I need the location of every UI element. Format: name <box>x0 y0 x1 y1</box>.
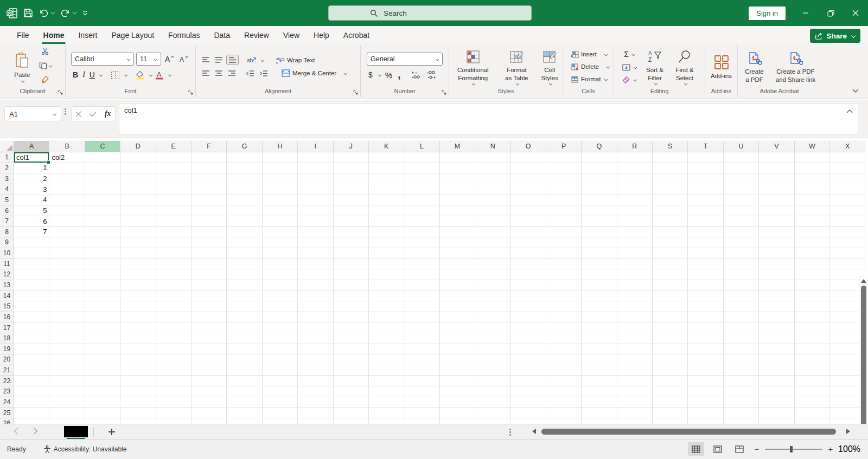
cell[interactable] <box>653 216 688 227</box>
cell-A3[interactable]: 2 <box>14 173 49 184</box>
cell[interactable] <box>334 216 369 227</box>
cell[interactable] <box>404 248 439 259</box>
cell[interactable] <box>369 418 404 424</box>
cell[interactable] <box>582 269 617 280</box>
column-header-W[interactable]: W <box>795 141 830 152</box>
cell[interactable] <box>724 237 759 248</box>
vertical-scrollbar-thumb[interactable] <box>861 286 866 424</box>
cell[interactable] <box>653 301 688 312</box>
cell[interactable] <box>759 312 794 323</box>
cell[interactable] <box>120 216 156 227</box>
cell[interactable] <box>227 386 262 397</box>
row-header-15[interactable]: 15 <box>0 301 14 312</box>
name-box[interactable]: A1 <box>4 106 61 121</box>
cell[interactable] <box>120 237 156 248</box>
cell[interactable] <box>724 290 759 301</box>
cell[interactable] <box>653 344 688 355</box>
cell[interactable] <box>49 344 85 355</box>
cell[interactable] <box>404 195 439 206</box>
cell[interactable] <box>582 322 617 333</box>
borders-chevron-icon[interactable] <box>124 73 128 77</box>
cell[interactable] <box>510 163 546 174</box>
cell[interactable] <box>795 376 830 386</box>
cell[interactable] <box>227 227 262 237</box>
column-header-B[interactable]: B <box>49 141 85 152</box>
row-header-12[interactable]: 12 <box>0 269 14 280</box>
increase-font-size-button[interactable]: A <box>163 54 176 64</box>
cell[interactable] <box>49 312 85 323</box>
create-pdf-share-button[interactable]: Create a PDF and Share link <box>773 49 819 83</box>
cell[interactable] <box>688 365 723 376</box>
cell[interactable] <box>440 386 475 397</box>
scroll-right-arrow-icon[interactable] <box>846 429 850 434</box>
cell[interactable] <box>156 418 192 424</box>
cell[interactable] <box>795 333 830 344</box>
cell[interactable] <box>369 322 404 333</box>
cell[interactable] <box>263 290 298 301</box>
cell[interactable] <box>334 418 369 424</box>
cell[interactable] <box>440 184 475 195</box>
cell[interactable] <box>156 386 192 397</box>
insert-function-button[interactable]: fx <box>105 109 111 118</box>
cell[interactable] <box>795 195 830 206</box>
cell[interactable] <box>475 312 510 323</box>
cell[interactable] <box>830 216 865 227</box>
create-pdf-button[interactable]: Create a PDF <box>741 49 769 83</box>
accessibility-status[interactable]: Accessibility: Unavailable <box>43 445 127 454</box>
column-header-K[interactable]: K <box>369 141 404 152</box>
scrollbar-resize-handle[interactable] <box>509 429 511 436</box>
cell[interactable] <box>653 184 688 195</box>
page-break-view-button[interactable] <box>731 442 748 456</box>
clipboard-dialog-launcher[interactable] <box>58 90 63 95</box>
cell[interactable] <box>759 258 794 269</box>
cell[interactable] <box>14 290 49 301</box>
cell-styles-button[interactable]: Cell Styles <box>537 48 563 85</box>
cell[interactable] <box>85 216 120 227</box>
cell[interactable] <box>14 344 49 355</box>
cell[interactable] <box>192 354 227 365</box>
cell[interactable] <box>653 205 688 216</box>
cell-A2[interactable]: 1 <box>14 163 49 174</box>
align-right-button[interactable] <box>226 69 238 78</box>
cell[interactable] <box>546 195 582 206</box>
cell[interactable] <box>298 354 333 365</box>
cell[interactable] <box>120 173 156 184</box>
cell[interactable] <box>120 152 156 163</box>
tab-data[interactable]: Data <box>207 27 237 44</box>
orientation-button[interactable]: ab <box>245 55 258 65</box>
cell[interactable] <box>369 248 404 259</box>
cell[interactable] <box>653 173 688 184</box>
cell[interactable] <box>724 376 759 386</box>
cell[interactable] <box>298 258 333 269</box>
column-header-C[interactable]: C <box>85 141 120 152</box>
cell[interactable] <box>617 344 653 355</box>
row-header-13[interactable]: 13 <box>0 280 14 291</box>
tab-help[interactable]: Help <box>307 27 336 44</box>
cell[interactable] <box>85 386 120 397</box>
cell[interactable] <box>192 280 227 291</box>
cell[interactable] <box>440 354 475 365</box>
cell[interactable] <box>14 408 49 418</box>
cell[interactable] <box>263 408 298 418</box>
cell[interactable] <box>795 322 830 333</box>
share-button[interactable]: Share <box>810 29 860 43</box>
cell[interactable] <box>688 184 723 195</box>
cell[interactable] <box>49 365 85 376</box>
cell[interactable] <box>795 408 830 418</box>
cell[interactable] <box>334 269 369 280</box>
cell[interactable] <box>510 248 546 259</box>
cell[interactable] <box>582 227 617 237</box>
cell[interactable] <box>49 173 85 184</box>
cell[interactable] <box>334 248 369 259</box>
fill-color-chevron-icon[interactable] <box>149 73 153 77</box>
font-color-button[interactable]: A <box>154 69 165 81</box>
cell[interactable] <box>120 365 156 376</box>
cell[interactable] <box>263 312 298 323</box>
column-header-G[interactable]: G <box>227 141 262 152</box>
cell[interactable] <box>192 365 227 376</box>
cell[interactable] <box>263 173 298 184</box>
cell[interactable] <box>724 408 759 418</box>
row-header-9[interactable]: 9 <box>0 237 14 248</box>
decrease-font-size-button[interactable]: A <box>178 54 190 64</box>
row-header-4[interactable]: 4 <box>0 184 14 195</box>
